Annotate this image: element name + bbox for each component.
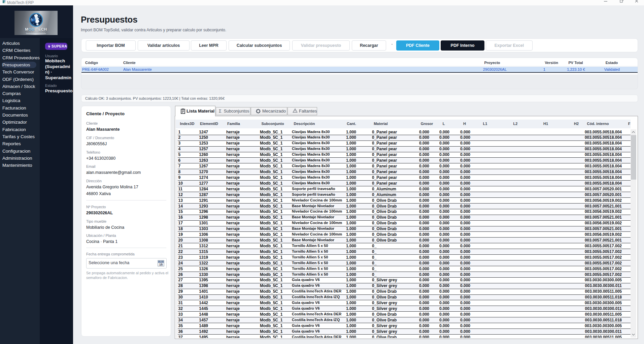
svg-text:15: 15 — [159, 262, 163, 266]
